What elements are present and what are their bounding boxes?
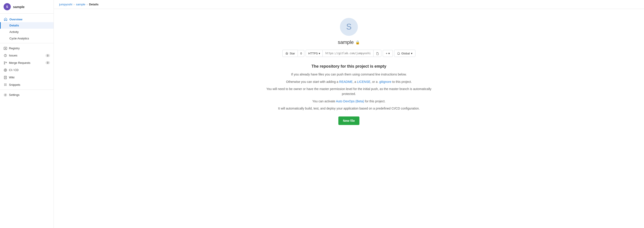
sidebar-divider-2 bbox=[0, 90, 54, 90]
svg-point-8 bbox=[4, 84, 5, 84]
breadcrumb-jumpyoshi[interactable]: jumpyoshi bbox=[59, 3, 72, 6]
empty-state-line4: You can activate Auto DevOps (Beta) for … bbox=[266, 99, 432, 104]
svg-point-2 bbox=[5, 56, 6, 56]
star-button[interactable]: Star bbox=[282, 50, 298, 57]
sidebar-item-activity[interactable]: Activity bbox=[0, 29, 54, 35]
clone-row: Star 0 HTTPS ▾ https://gitlab.com/jumpyo… bbox=[282, 50, 415, 57]
svg-point-13 bbox=[6, 84, 6, 85]
registry-label: Registry bbox=[9, 46, 20, 50]
snippets-label: Snippets bbox=[9, 83, 20, 86]
sidebar-item-cycle-analytics[interactable]: Cycle Analytics bbox=[0, 35, 54, 42]
sidebar-divider-1 bbox=[0, 43, 54, 43]
main-content: jumpyoshi › sample › Details S sample 🔒 bbox=[54, 0, 644, 228]
settings-label: Settings bbox=[9, 93, 20, 96]
breadcrumb: jumpyoshi › sample › Details bbox=[54, 0, 644, 9]
svg-point-9 bbox=[5, 84, 6, 84]
svg-point-3 bbox=[4, 62, 5, 62]
line2-mid1: , a bbox=[353, 80, 357, 84]
issues-badge: 0 bbox=[46, 54, 50, 57]
project-avatar: S bbox=[340, 18, 358, 36]
line2-mid2: , or a bbox=[370, 80, 378, 84]
merge-requests-label: Merge Requests bbox=[9, 61, 30, 64]
notification-label: Global bbox=[401, 52, 410, 55]
clone-protocol-label: HTTPS bbox=[308, 52, 318, 55]
sidebar: S sample Overview Details Activity Cycle… bbox=[0, 0, 54, 228]
svg-point-16 bbox=[6, 85, 6, 86]
copy-icon bbox=[376, 52, 379, 55]
issues-label: Issues bbox=[9, 54, 18, 57]
clone-protocol-selector[interactable]: HTTPS ▾ bbox=[306, 50, 323, 57]
empty-state-line3: You will need to be owner or have the ma… bbox=[266, 86, 432, 96]
project-avatar-letter: S bbox=[346, 22, 352, 32]
sidebar-item-details[interactable]: Details bbox=[0, 22, 54, 29]
clone-copy-button[interactable] bbox=[373, 50, 381, 57]
merge-requests-badge: 0 bbox=[46, 61, 50, 64]
wiki-icon bbox=[4, 76, 7, 79]
new-file-button[interactable]: New file bbox=[338, 116, 360, 125]
svg-point-4 bbox=[4, 64, 5, 64]
notification-button[interactable]: Global ▾ bbox=[394, 50, 416, 57]
sidebar-item-registry[interactable]: Registry bbox=[0, 44, 54, 52]
empty-state-line5: It will automatically build, test, and d… bbox=[266, 106, 432, 111]
svg-point-14 bbox=[4, 85, 5, 86]
sidebar-item-merge-requests[interactable]: Merge Requests 0 bbox=[0, 59, 54, 66]
sidebar-header: S sample bbox=[0, 0, 54, 14]
sidebar-item-wiki[interactable]: Wiki bbox=[0, 74, 54, 81]
plus-chevron: ▾ bbox=[388, 52, 390, 55]
devops-link[interactable]: Auto DevOps (Beta) bbox=[336, 100, 364, 103]
svg-point-17 bbox=[5, 94, 6, 96]
svg-point-10 bbox=[6, 84, 6, 84]
svg-point-7 bbox=[5, 70, 6, 71]
sidebar-item-overview[interactable]: Overview bbox=[0, 16, 54, 22]
sidebar-item-settings[interactable]: Settings bbox=[0, 91, 54, 98]
merge-requests-icon bbox=[4, 61, 7, 65]
svg-point-12 bbox=[5, 84, 6, 85]
readme-link[interactable]: README bbox=[339, 80, 353, 84]
wiki-label: Wiki bbox=[9, 76, 14, 79]
plus-label: + bbox=[386, 52, 388, 55]
add-button[interactable]: + ▾ bbox=[383, 50, 393, 57]
star-count: 0 bbox=[298, 50, 304, 57]
overview-label: Overview bbox=[10, 18, 22, 21]
registry-icon bbox=[4, 46, 7, 50]
sidebar-nav: Overview Details Activity Cycle Analytic… bbox=[0, 14, 54, 100]
clone-url-group: HTTPS ▾ https://gitlab.com/jumpyoshi bbox=[306, 50, 382, 57]
star-label: Star bbox=[290, 52, 295, 55]
cicd-icon bbox=[4, 68, 7, 72]
svg-point-15 bbox=[5, 85, 6, 86]
notification-chevron: ▾ bbox=[411, 52, 412, 55]
sidebar-item-snippets[interactable]: Snippets bbox=[0, 81, 54, 88]
issues-icon bbox=[4, 54, 7, 58]
gitignore-link[interactable]: .gitignore bbox=[378, 80, 392, 84]
line4-after: for this project. bbox=[364, 100, 386, 103]
empty-state-heading: The repository for this project is empty bbox=[266, 64, 432, 69]
license-link[interactable]: LICENSE bbox=[357, 80, 370, 84]
breadcrumb-sep-1: › bbox=[74, 3, 74, 6]
snippets-icon bbox=[4, 83, 7, 87]
star-icon bbox=[285, 52, 288, 55]
empty-state-line2: Otherwise you can start with adding a RE… bbox=[266, 79, 432, 84]
line4-before: You can activate bbox=[312, 100, 336, 103]
home-icon bbox=[4, 17, 8, 21]
project-name: sample bbox=[13, 5, 25, 9]
sidebar-item-issues[interactable]: Issues 0 bbox=[0, 52, 54, 59]
svg-point-11 bbox=[4, 84, 5, 85]
breadcrumb-current: Details bbox=[89, 3, 98, 6]
svg-point-6 bbox=[4, 69, 7, 72]
clone-protocol-chevron: ▾ bbox=[319, 52, 320, 55]
svg-rect-18 bbox=[377, 53, 378, 55]
line2-before: Otherwise you can start with adding a bbox=[286, 80, 339, 84]
lock-icon: 🔒 bbox=[356, 40, 360, 44]
breadcrumb-sample[interactable]: sample bbox=[76, 3, 85, 6]
empty-state: The repository for this project is empty… bbox=[266, 64, 432, 125]
project-title: sample 🔒 bbox=[338, 40, 360, 45]
avatar: S bbox=[4, 3, 11, 10]
breadcrumb-sep-2: › bbox=[87, 3, 88, 6]
settings-icon bbox=[4, 93, 7, 97]
clone-url-text: https://gitlab.com/jumpyoshi bbox=[323, 50, 373, 56]
sidebar-item-cicd[interactable]: CI / CD bbox=[0, 66, 54, 74]
cicd-label: CI / CD bbox=[9, 68, 18, 72]
bell-icon bbox=[397, 52, 400, 55]
line2-after: to this project. bbox=[391, 80, 412, 84]
repo-content: S sample 🔒 Star 0 HTTPS bbox=[54, 9, 644, 228]
